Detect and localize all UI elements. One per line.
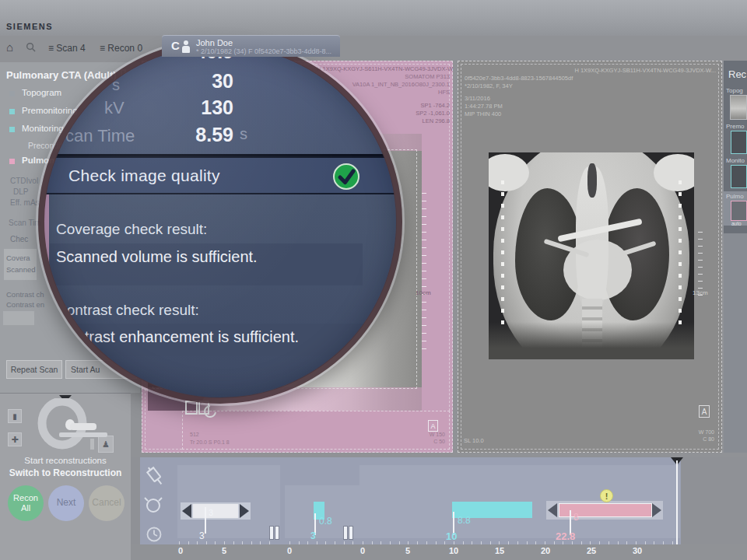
- premonitoring-duration: 0.8: [319, 516, 332, 527]
- ct-diaphragm: [489, 322, 694, 359]
- recon-all-button[interactable]: Recon All: [8, 485, 44, 521]
- topogram-footer: Tr 20.0 S P0.1 8: [190, 439, 230, 445]
- app-window: SIEMENS ⌂ ≡ Scan 4 ≡ Recon 0 Pulmonary C…: [0, 0, 747, 560]
- loupe-label-scantime: can Time: [65, 126, 135, 146]
- minor-ticks-scale2: [289, 541, 355, 544]
- slider-fill[interactable]: [193, 504, 238, 518]
- step-bullet-premonitoring: [9, 109, 15, 114]
- sidebar-item-monitoring[interactable]: Monitoring: [22, 124, 64, 133]
- recon-strip-topogram-thumb[interactable]: [730, 95, 747, 120]
- tab-scan[interactable]: ≡ Scan 4: [48, 43, 86, 54]
- axis-tick: 10: [444, 546, 463, 555]
- axis-tick: 15: [490, 546, 509, 555]
- recon-strip-premonitoring-label[interactable]: Premo: [726, 123, 745, 130]
- contrast-syringe-icon[interactable]: [145, 465, 167, 492]
- tab-recon[interactable]: ≡ Recon 0: [100, 43, 142, 54]
- recon-move-icon[interactable]: ✚: [8, 432, 22, 446]
- ct-patient-id: 0f5420e7-3bb3-4dd8-8823-1567844505df: [465, 75, 573, 82]
- ct-date: 3/11/2016: [465, 95, 490, 102]
- topogram-center: C 50: [433, 439, 445, 444]
- timer-clock-icon[interactable]: [146, 526, 163, 546]
- axis-tick: 5: [215, 546, 233, 555]
- scan-pos: 22.8: [556, 530, 575, 542]
- axis-tick: 0: [171, 546, 190, 555]
- injector-icon: [185, 398, 216, 420]
- ct-clips-left: [501, 180, 504, 325]
- slider-handle-right[interactable]: [240, 504, 249, 518]
- ct-patient-info: *2/10/1982, F, 34Y: [465, 82, 513, 89]
- slider-handle-left[interactable]: [182, 504, 191, 518]
- scan-slider-fill[interactable]: [559, 503, 652, 517]
- coverage-check-box: Scanned volume is sufficient.: [50, 243, 363, 285]
- check-quality-header: Check image quality: [44, 156, 397, 194]
- marker-line-scale1[interactable]: [205, 507, 206, 534]
- timeline-end-line[interactable]: [676, 460, 678, 544]
- contrast-check-value: Contrast enhancement is sufficient.: [56, 328, 299, 346]
- contrast-label-small: Contrast ch: [6, 290, 44, 299]
- topogram-scanner: SOMATOM P313: [405, 73, 450, 80]
- patient-tab[interactable]: C John Doe * 2/10/1982 (34) F 0f5420e7-3…: [162, 35, 340, 57]
- loupe-value-mas: 30: [140, 70, 233, 93]
- recon-strip-premonitoring-thumb[interactable]: [731, 131, 747, 154]
- scan-duration: 8: [573, 512, 579, 523]
- step-bullet-topogram: [9, 91, 15, 96]
- topogram-matrix: 512: [190, 432, 199, 437]
- topogram-len: LEN 296.8: [423, 117, 450, 124]
- next-button[interactable]: Next: [48, 485, 84, 521]
- delay-range-slider[interactable]: [181, 502, 251, 520]
- topogram-sp2: SP2 -1,061.0: [416, 110, 450, 117]
- sidebar-item-topogram[interactable]: Topogram: [22, 88, 61, 97]
- contrast-result-box-small: [3, 311, 34, 325]
- bolus-tracking-icon[interactable]: [143, 495, 163, 518]
- repeat-scan-button[interactable]: Repeat Scan: [6, 360, 62, 379]
- recon-strip-pulmonary-thumb[interactable]: [731, 201, 747, 221]
- recon-hint-line1: Start reconstructions: [24, 456, 106, 465]
- scan-range-slider[interactable]: [546, 501, 663, 520]
- recon-strip-pulmonary-label[interactable]: Pulmo: [726, 193, 744, 200]
- recon-strip-topogram-label[interactable]: Topog: [726, 87, 743, 94]
- monitoring-duration: 8.8: [458, 515, 471, 526]
- recon-hint-line2: Switch to Reconstruction: [9, 467, 122, 478]
- ct-header-id: H 1X9XQ-KXGYJ-SB11H-VX4TN-WCG49-3JVDX-W.…: [574, 67, 716, 74]
- check-panel-title: Chec: [10, 235, 28, 243]
- coverage-value-small: Scanned: [6, 265, 36, 274]
- ct-image[interactable]: [489, 152, 694, 359]
- monitoring-pos: 10: [446, 530, 457, 542]
- coverage-label-small: Covera: [6, 254, 30, 262]
- topogram-orientation-marker: A: [428, 420, 438, 432]
- search-icon[interactable]: [26, 42, 36, 54]
- marker-pos-scale1: 3: [199, 530, 205, 541]
- ct-ruler-label: 13cm: [693, 289, 708, 296]
- axis-tick: 5: [398, 546, 417, 555]
- cancel-button[interactable]: Cancel: [89, 485, 124, 521]
- ct-trachea: [587, 163, 597, 198]
- pause-icon-1[interactable]: [268, 525, 279, 541]
- axis-tick: 0: [280, 546, 299, 555]
- ct-series: MIP THIN 400: [465, 110, 501, 117]
- loupe-unit-scantime: s: [240, 125, 247, 143]
- topogram-ruler-label: 10cm: [416, 289, 431, 296]
- recon-strip-monitoring-thumb[interactable]: [731, 165, 747, 188]
- minor-ticks-scale3: [363, 541, 679, 544]
- hamburger-icon: ≡: [100, 43, 105, 54]
- hamburger-icon: ≡: [48, 43, 54, 54]
- patient-name: John Doe: [196, 38, 233, 47]
- marker-value-scale1: 3: [209, 508, 213, 517]
- warning-icon[interactable]: !: [600, 489, 613, 502]
- recon-strip-monitoring-label[interactable]: Monito: [726, 157, 745, 164]
- contrast-value-small: Contrast en: [6, 300, 44, 309]
- param-label-ctdivol: CTDIvol: [10, 177, 38, 185]
- recon-strip-title: Rec: [728, 68, 746, 80]
- scan-slider-handle-left[interactable]: [548, 503, 557, 517]
- home-icon[interactable]: ⌂: [6, 40, 13, 54]
- param-label-scantime: Scan Tim: [9, 219, 41, 227]
- sidebar-item-premonitoring[interactable]: Premonitoring: [22, 106, 78, 115]
- ct-slice: SL 10.0: [464, 437, 484, 444]
- topogram-sp1: SP1 -764.2: [420, 102, 450, 109]
- topogram-protocol: VA10A 1_INT_NB_2016O80J_2300.1: [352, 81, 450, 88]
- ct-scanner-illustration: [36, 398, 110, 456]
- recon-range-icon[interactable]: ▮: [8, 409, 22, 423]
- topogram-orientation: HFS: [438, 89, 450, 96]
- scan-slider-handle-right[interactable]: [652, 503, 661, 517]
- pause-icon-2[interactable]: [342, 525, 353, 541]
